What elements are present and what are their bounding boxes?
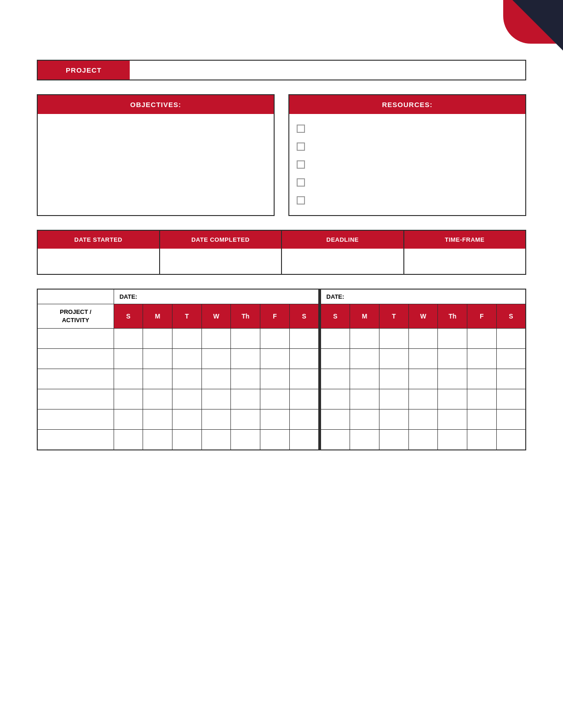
day-m1: M: [143, 304, 172, 329]
checkbox-icon-2[interactable]: [297, 142, 305, 151]
day-t2: T: [379, 304, 408, 329]
deadline-value[interactable]: [282, 249, 404, 274]
resource-item-1[interactable]: [297, 122, 518, 136]
date2-label: DATE:: [321, 289, 526, 304]
project-row: PROJECT: [37, 60, 526, 80]
checkbox-icon-3[interactable]: [297, 160, 305, 169]
day-s2: S: [289, 304, 319, 329]
table-row: [37, 430, 526, 450]
time-frame-header: TIME-FRAME: [404, 231, 526, 249]
resources-box: RESOURCES:: [288, 94, 526, 216]
resources-header: RESOURCES:: [289, 95, 525, 114]
day-f1: F: [260, 304, 290, 329]
table-row: [37, 389, 526, 410]
schedule-table: DATE: DATE: PROJECT /ACTIVITY S M T W Th…: [37, 289, 526, 450]
date-headers: DATE STARTED DATE COMPLETED DEADLINE TIM…: [38, 231, 525, 249]
time-frame-value[interactable]: [404, 249, 526, 274]
project-activity-header: PROJECT /ACTIVITY: [37, 304, 114, 329]
date-started-value[interactable]: [38, 249, 160, 274]
project-input[interactable]: [130, 61, 525, 80]
objectives-header: OBJECTIVES:: [38, 95, 274, 114]
date-completed-header: DATE COMPLETED: [160, 231, 282, 249]
day-s1: S: [114, 304, 143, 329]
day-s4: S: [496, 304, 526, 329]
objectives-box: OBJECTIVES:: [37, 94, 275, 216]
day-t1: T: [172, 304, 202, 329]
date-completed-value[interactable]: [160, 249, 282, 274]
table-row: [37, 329, 526, 349]
project-label: PROJECT: [38, 61, 130, 80]
day-s3: S: [321, 304, 350, 329]
table-row: [37, 410, 526, 430]
day-w1: W: [201, 304, 231, 329]
day-th2: Th: [438, 304, 467, 329]
resource-item-5[interactable]: [297, 193, 518, 207]
two-col-section: OBJECTIVES: RESOURCES:: [37, 94, 526, 216]
date-label-row: DATE: DATE:: [37, 289, 526, 304]
table-row: [37, 369, 526, 389]
resource-item-4[interactable]: [297, 176, 518, 189]
day-m2: M: [350, 304, 379, 329]
table-row: [37, 349, 526, 369]
objectives-body[interactable]: [38, 114, 274, 215]
date1-label: DATE:: [114, 289, 319, 304]
resources-body: [289, 114, 525, 215]
day-th1: Th: [231, 304, 260, 329]
checkbox-icon-4[interactable]: [297, 178, 305, 187]
checkbox-icon-5[interactable]: [297, 196, 305, 205]
deadline-header: DEADLINE: [282, 231, 404, 249]
date-started-header: DATE STARTED: [38, 231, 160, 249]
day-w2: W: [408, 304, 438, 329]
date-values: [38, 249, 525, 274]
day-headers-row: PROJECT /ACTIVITY S M T W Th F S S M T W…: [37, 304, 526, 329]
date-row: DATE STARTED DATE COMPLETED DEADLINE TIM…: [37, 230, 526, 275]
resource-item-2[interactable]: [297, 140, 518, 154]
day-f2: F: [467, 304, 497, 329]
checkbox-icon-1[interactable]: [297, 125, 305, 133]
resource-item-3[interactable]: [297, 158, 518, 171]
